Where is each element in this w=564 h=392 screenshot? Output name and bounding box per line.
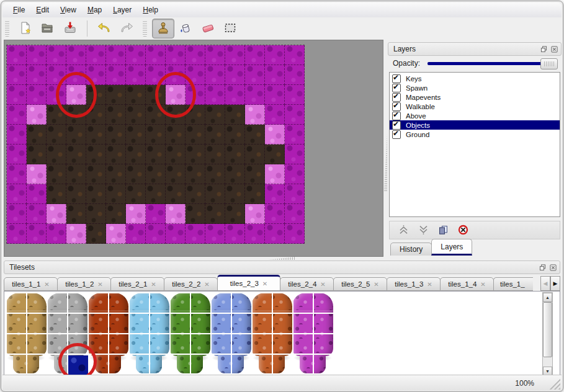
map-tile[interactable] [7, 45, 27, 65]
opacity-slider-track[interactable] [427, 62, 557, 65]
menu-file[interactable]: File [7, 4, 30, 16]
tileset-tab-tiles_1_2[interactable]: tiles_1_2✕ [57, 277, 111, 291]
map-tile[interactable] [225, 105, 245, 125]
map-canvas[interactable] [4, 40, 383, 257]
layer-visibility-checkbox[interactable] [392, 112, 401, 120]
map-tile[interactable] [245, 164, 265, 184]
map-tile[interactable] [126, 145, 146, 164]
map-tile[interactable] [245, 204, 265, 224]
map-tile[interactable] [205, 85, 225, 105]
scrollbar-thumb[interactable] [543, 302, 552, 357]
map-tile[interactable] [7, 164, 27, 184]
map-tile[interactable] [166, 224, 186, 244]
map-tile[interactable] [27, 65, 47, 85]
straw-tan-tree[interactable] [6, 293, 47, 375]
map-tile[interactable] [47, 184, 66, 204]
map-tile[interactable] [27, 105, 47, 125]
map-tile[interactable] [126, 85, 146, 105]
resize-grip[interactable] [549, 378, 560, 390]
layer-visibility-checkbox[interactable] [392, 102, 401, 111]
map-tile[interactable] [166, 125, 186, 145]
map-tile[interactable] [205, 164, 225, 184]
open-file-button[interactable] [37, 19, 59, 38]
map-tile[interactable] [7, 204, 27, 224]
tab-close-icon[interactable]: ✕ [320, 281, 325, 288]
map-tile[interactable] [27, 85, 47, 105]
map-tile[interactable] [225, 204, 245, 224]
close-panel-icon[interactable] [549, 264, 557, 272]
map-tile[interactable] [225, 45, 245, 65]
toolbar-drag-handle[interactable] [143, 20, 147, 37]
map-tile[interactable] [126, 45, 146, 65]
map-tile[interactable] [166, 45, 186, 65]
tab-layers[interactable]: Layers [431, 239, 472, 256]
map-tile[interactable] [7, 85, 27, 105]
map-tile[interactable] [245, 145, 265, 164]
float-panel-icon[interactable] [540, 45, 548, 53]
tileset-view[interactable]: ▲ ▼ [4, 291, 560, 378]
undo-button[interactable] [93, 19, 115, 38]
map-tile[interactable] [186, 184, 205, 204]
layer-row-keys[interactable]: Keys [390, 74, 560, 83]
map-tile[interactable] [265, 184, 285, 204]
map-tile[interactable] [66, 184, 86, 204]
tileset-tab-tiles_1_3[interactable]: tiles_1_3✕ [387, 277, 441, 291]
scroll-up-icon[interactable]: ▲ [543, 293, 552, 302]
map-tile[interactable] [7, 145, 27, 164]
tab-close-icon[interactable]: ✕ [480, 281, 485, 288]
map-tile[interactable] [86, 204, 106, 224]
map-tile[interactable] [27, 204, 47, 224]
map-tile[interactable] [27, 164, 47, 184]
map-tile[interactable] [285, 145, 305, 164]
layer-visibility-checkbox[interactable] [392, 130, 401, 139]
map-tile[interactable] [265, 125, 285, 145]
map-tile[interactable] [146, 184, 166, 204]
toolbar-drag-handle[interactable] [5, 20, 9, 37]
tab-close-icon[interactable]: ✕ [374, 281, 378, 288]
tileset-tab-tiles_2_5[interactable]: tiles_2_5✕ [333, 277, 387, 291]
map-tile[interactable] [27, 145, 47, 164]
map-tile[interactable] [166, 204, 186, 224]
map-tile[interactable] [27, 125, 47, 145]
map-tile[interactable] [7, 125, 27, 145]
move-layer-up-button[interactable] [397, 224, 410, 236]
map-tile[interactable] [146, 164, 166, 184]
map-tile[interactable] [27, 224, 47, 244]
map-tile[interactable] [106, 105, 126, 125]
menu-help[interactable]: Help [137, 4, 164, 16]
map-tile[interactable] [146, 45, 166, 65]
new-file-button[interactable] [14, 19, 37, 38]
map-tile[interactable] [265, 45, 285, 65]
map-tile[interactable] [7, 184, 27, 204]
tileset-tab-tiles_2_4[interactable]: tiles_2_4✕ [280, 277, 334, 291]
map-tile[interactable] [106, 65, 126, 85]
map-tile[interactable] [245, 85, 265, 105]
map-tile[interactable] [146, 204, 166, 224]
map-tile[interactable] [225, 85, 245, 105]
tileset-tab-tiles_2_1[interactable]: tiles_2_1✕ [110, 277, 164, 291]
save-file-button[interactable] [59, 19, 81, 38]
map-grid[interactable] [6, 45, 305, 244]
ice-blue-tree[interactable] [128, 293, 169, 375]
map-tile[interactable] [265, 224, 285, 244]
map-tile[interactable] [186, 164, 205, 184]
crystal-blue-tree[interactable] [210, 293, 251, 375]
map-tile[interactable] [225, 164, 245, 184]
map-tile[interactable] [285, 65, 305, 85]
map-tile[interactable] [7, 224, 27, 244]
layer-visibility-checkbox[interactable] [392, 74, 401, 83]
map-tile[interactable] [285, 224, 305, 244]
map-tile[interactable] [285, 105, 305, 125]
map-tile[interactable] [27, 45, 47, 65]
map-tile[interactable] [86, 224, 106, 244]
map-tile[interactable] [106, 45, 126, 65]
map-tile[interactable] [225, 184, 245, 204]
tab-close-icon[interactable]: ✕ [151, 281, 156, 288]
map-tile[interactable] [47, 45, 66, 65]
map-tile[interactable] [66, 145, 86, 164]
float-panel-icon[interactable] [539, 264, 547, 272]
layer-row-mapevents[interactable]: Mapevents [390, 92, 560, 102]
map-tile[interactable] [47, 145, 66, 164]
map-tile[interactable] [265, 65, 285, 85]
tileset-tab-tiles_1_4[interactable]: tiles_1_4✕ [440, 277, 494, 291]
